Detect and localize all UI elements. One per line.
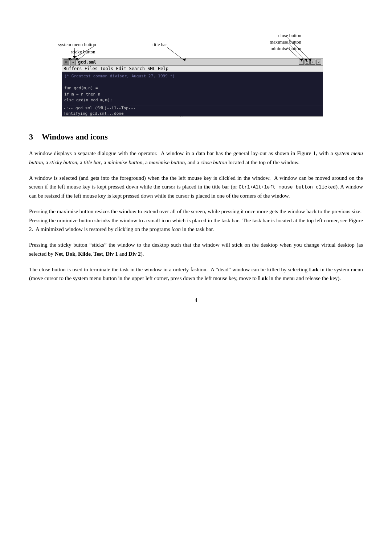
paragraph-1: A window displays a separate dialogue wi…	[29, 149, 363, 167]
fake-echobar: Fontifying gcd.sml...done	[62, 111, 323, 116]
label-minimise: minimise button	[270, 46, 301, 52]
figure-diagram: system menu button sticky button title b…	[54, 22, 338, 105]
code-line-4: if m = n then n	[64, 92, 320, 98]
fake-statusbar: -:-- gcd.sml (SML)--L1--Top---	[62, 105, 323, 111]
titlebar-icons: ⚙ →	[64, 59, 76, 65]
system-menu-dot[interactable]: ·	[299, 60, 304, 65]
paragraph-4: Pressing the sticky button “sticks” the …	[29, 240, 363, 259]
close-button[interactable]: ✕	[316, 60, 321, 65]
label-titlebar: title bar	[152, 42, 167, 48]
paragraph-3: Pressing the maximise button resizes the…	[29, 207, 363, 234]
window-buttons: · □ ⇃ ✕	[299, 60, 321, 65]
code-line-5: else gcd(n mod m,m);	[64, 97, 320, 104]
fake-titlebar: ⚙ → gcd.sml · □ ⇃ ✕	[62, 58, 323, 66]
fake-content-area: (* Greatest common divisor, August 27, 1…	[62, 72, 323, 105]
label-close: close button	[278, 33, 301, 39]
sticky-icon[interactable]: →	[70, 59, 76, 65]
page-number: 4	[29, 297, 363, 303]
window-title: gcd.sml	[78, 60, 299, 65]
minimise-button[interactable]: □	[305, 60, 310, 65]
fake-menubar: Buffers Files Tools Edit Search SML Help	[62, 66, 323, 72]
label-system-menu: system menu button	[58, 42, 96, 48]
paragraph-2: A window is selected (and gets into the …	[29, 174, 363, 200]
maximise-button[interactable]: ⇃	[310, 60, 315, 65]
label-maximise: maximise button	[270, 39, 301, 45]
code-line-1: (* Greatest common divisor, August 27, 1…	[64, 73, 320, 80]
figure-1: system menu button sticky button title b…	[29, 22, 363, 118]
code-line-2	[64, 80, 320, 86]
paragraph-5: The close button is used to terminate th…	[29, 265, 363, 283]
label-sticky: sticky button	[71, 49, 95, 55]
system-menu-icon[interactable]: ⚙	[64, 59, 69, 65]
code-line-3: fun gcd(m,n) =	[64, 85, 320, 92]
section-number: 3	[29, 132, 33, 141]
section-title: Windows and icons	[42, 132, 108, 141]
section-heading: 3Windows and icons	[29, 132, 363, 142]
fake-window: ⚙ → gcd.sml · □ ⇃ ✕ Buffers Files Tools …	[62, 58, 323, 117]
